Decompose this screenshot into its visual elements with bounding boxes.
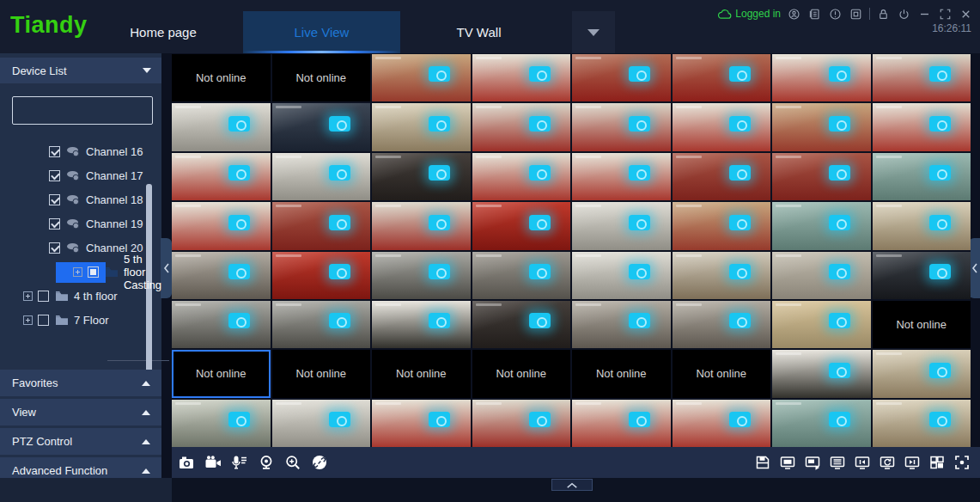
record-icon[interactable]: [204, 453, 222, 472]
video-cell[interactable]: [372, 301, 471, 348]
video-cell[interactable]: [772, 301, 871, 348]
tab-tv-wall[interactable]: TV Wall: [400, 11, 557, 53]
video-cell[interactable]: [873, 202, 971, 249]
video-cell[interactable]: [572, 54, 671, 101]
alarm-info-icon[interactable]: [828, 7, 843, 21]
video-cell[interactable]: [172, 400, 271, 447]
video-cell[interactable]: [873, 153, 971, 200]
video-cell[interactable]: [772, 54, 871, 101]
video-cell[interactable]: [772, 252, 871, 299]
panel-favorites[interactable]: Favorites: [0, 370, 161, 396]
power-icon[interactable]: [897, 7, 911, 21]
single-screen-icon[interactable]: [778, 453, 797, 472]
offline-cell[interactable]: Not online: [673, 350, 771, 397]
video-cell[interactable]: [372, 103, 471, 150]
tab-overflow-button[interactable]: [572, 11, 615, 53]
video-cell[interactable]: [572, 202, 671, 249]
expand-bottom-panel-button[interactable]: [551, 479, 593, 491]
video-cell[interactable]: [472, 202, 571, 249]
panel-ptz-control[interactable]: PTZ Control: [0, 428, 161, 455]
video-cell[interactable]: [673, 153, 771, 200]
video-cell[interactable]: [673, 103, 771, 150]
expand-plus-icon[interactable]: [23, 315, 33, 325]
video-cell[interactable]: [772, 400, 871, 447]
video-cell[interactable]: [772, 350, 871, 397]
channel-checkbox[interactable]: [49, 146, 60, 157]
save-view-icon[interactable]: [753, 453, 772, 472]
video-cell[interactable]: [472, 252, 571, 299]
offline-cell[interactable]: Not online: [172, 350, 271, 397]
video-cell[interactable]: [172, 301, 271, 348]
video-cell[interactable]: [372, 202, 471, 249]
channel-checkbox[interactable]: [49, 194, 60, 205]
close-icon[interactable]: [959, 7, 973, 21]
offline-cell[interactable]: Not online: [272, 54, 371, 101]
video-cell[interactable]: [873, 54, 971, 101]
collapse-left-panel-handle[interactable]: [161, 238, 172, 298]
offline-cell[interactable]: Not online: [372, 350, 471, 397]
video-cell[interactable]: [673, 400, 771, 447]
video-cell[interactable]: [673, 54, 771, 101]
folder-checkbox[interactable]: [38, 315, 49, 326]
offline-cell[interactable]: Not online: [272, 350, 371, 397]
video-cell[interactable]: [172, 153, 271, 200]
screen-playback-icon[interactable]: [803, 453, 822, 472]
video-cell[interactable]: [572, 400, 671, 447]
tree-item-channel[interactable]: Channel 19: [0, 211, 161, 236]
video-cell[interactable]: [472, 103, 571, 150]
video-cell[interactable]: [172, 103, 271, 150]
screen-layout-icon[interactable]: [828, 453, 847, 472]
video-cell[interactable]: [572, 252, 671, 299]
video-cell[interactable]: [272, 400, 371, 447]
video-cell[interactable]: [673, 202, 771, 249]
video-cell[interactable]: [873, 350, 971, 397]
video-cell[interactable]: [772, 202, 871, 249]
voice-intercom-icon[interactable]: [230, 453, 249, 472]
expand-plus-icon[interactable]: [23, 291, 33, 301]
video-cell[interactable]: [873, 252, 971, 299]
video-cell[interactable]: [673, 252, 771, 299]
video-cell[interactable]: [372, 54, 471, 101]
video-cell[interactable]: [272, 252, 371, 299]
video-cell[interactable]: [572, 301, 671, 348]
channel-checkbox[interactable]: [49, 218, 60, 230]
broadcast-icon[interactable]: [257, 453, 276, 472]
video-cell[interactable]: [472, 153, 571, 200]
folder-checkbox[interactable]: [88, 266, 99, 278]
lock-icon[interactable]: [876, 7, 891, 21]
video-cell[interactable]: [372, 400, 471, 447]
video-cell[interactable]: [472, 400, 571, 447]
digital-zoom-icon[interactable]: [283, 453, 302, 472]
offline-cell[interactable]: Not online: [472, 350, 571, 397]
tab-home-page[interactable]: Home page: [83, 11, 243, 53]
video-cell[interactable]: [272, 153, 371, 200]
video-cell[interactable]: [873, 103, 971, 150]
video-cell[interactable]: [472, 54, 571, 101]
offline-cell[interactable]: Not online: [873, 301, 971, 348]
folder-checkbox[interactable]: [38, 291, 49, 302]
video-cell[interactable]: [172, 252, 271, 299]
tree-item-folder[interactable]: 7 Floor: [0, 308, 161, 332]
video-cell[interactable]: [272, 301, 371, 348]
video-cell[interactable]: [572, 103, 671, 150]
device-search-input[interactable]: [13, 97, 178, 124]
event-log-icon[interactable]: [807, 7, 822, 21]
offline-cell[interactable]: Not online: [172, 54, 271, 101]
channel-checkbox[interactable]: [49, 170, 60, 181]
video-cell[interactable]: [372, 252, 471, 299]
panel-view[interactable]: View: [0, 399, 161, 425]
video-cell[interactable]: [673, 301, 771, 348]
offline-cell[interactable]: Not online: [572, 350, 671, 397]
screen-carousel-icon[interactable]: [878, 453, 897, 472]
minimize-icon[interactable]: [917, 7, 932, 21]
account-icon[interactable]: [787, 7, 801, 21]
tree-item-channel[interactable]: Channel 18: [0, 187, 161, 211]
video-cell[interactable]: [172, 202, 271, 249]
tree-item-folder[interactable]: 5 th floor Casting: [0, 260, 161, 284]
video-cell[interactable]: [472, 301, 571, 348]
video-cell[interactable]: [873, 400, 971, 447]
tree-item-channel[interactable]: Channel 16: [0, 139, 161, 163]
fullscreen-icon[interactable]: [953, 453, 971, 472]
video-cell[interactable]: [772, 103, 871, 150]
video-cell[interactable]: [272, 103, 371, 150]
